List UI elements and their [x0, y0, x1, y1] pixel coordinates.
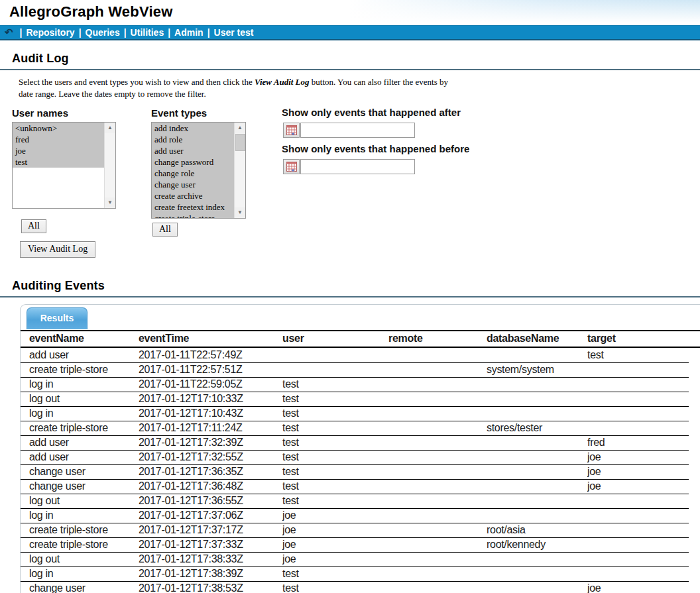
table-cell: test: [282, 377, 388, 392]
table-cell: test: [282, 581, 388, 593]
table-cell: [487, 377, 587, 392]
calendar-icon[interactable]: [283, 123, 300, 138]
table-cell: 2017-01-12T17:32:39Z: [139, 435, 282, 450]
table-cell: [388, 566, 487, 581]
after-date-input[interactable]: [300, 123, 415, 138]
table-row: log out2017-01-12T17:38:33Zjoe: [21, 552, 689, 566]
before-filter-label: Show only events that happened before: [282, 143, 469, 154]
nav-item-user-test[interactable]: User test: [214, 27, 254, 38]
table-cell: [487, 464, 587, 479]
list-option[interactable]: fred: [13, 134, 104, 145]
table-cell: test: [282, 494, 388, 508]
audit-log-description: Select the users and event types you wis…: [19, 76, 453, 100]
table-cell: [388, 362, 487, 377]
table-cell: 2017-01-12T17:37:33Z: [139, 537, 282, 552]
event-types-all-button[interactable]: All: [152, 223, 178, 237]
table-cell: add user: [21, 348, 139, 362]
table-cell: add user: [21, 450, 139, 464]
table-cell: fred: [587, 435, 689, 450]
table-cell: create triple-store: [21, 523, 139, 537]
table-cell: [587, 362, 689, 377]
table-cell: [487, 508, 587, 523]
table-row: log in2017-01-12T17:10:43Ztest: [21, 406, 689, 421]
back-arrow-icon[interactable]: ↶: [5, 26, 13, 39]
user-names-label: User names: [12, 107, 68, 119]
calendar-icon[interactable]: [283, 159, 300, 174]
list-option[interactable]: change password: [152, 156, 234, 168]
table-cell: [388, 494, 487, 508]
table-cell: joe: [282, 552, 388, 566]
table-row: log out2017-01-12T17:36:55Ztest: [21, 494, 689, 508]
table-cell: [388, 552, 487, 566]
list-option[interactable]: create freetext index: [152, 201, 234, 213]
table-cell: [388, 537, 487, 552]
scrollbar-thumb[interactable]: [235, 134, 245, 151]
table-cell: [587, 406, 689, 421]
tab-results[interactable]: Results: [27, 307, 88, 329]
table-cell: system/system: [487, 362, 587, 377]
table-cell: log out: [21, 552, 139, 566]
list-option[interactable]: joe: [13, 145, 104, 156]
list-option[interactable]: create archive: [152, 190, 234, 201]
user-names-all-button[interactable]: All: [21, 219, 46, 233]
table-cell: joe: [282, 523, 388, 537]
nav-item-repository[interactable]: Repository: [27, 27, 75, 38]
table-cell: 2017-01-12T17:38:33Z: [139, 552, 282, 566]
after-filter-label: Show only events that happened after: [282, 107, 461, 118]
nav-item-admin[interactable]: Admin: [174, 27, 204, 38]
list-option[interactable]: test: [13, 156, 104, 168]
after-filter-row: [283, 123, 415, 138]
table-cell: [282, 362, 388, 377]
table-cell: [587, 377, 689, 392]
list-option[interactable]: change user: [152, 179, 234, 190]
table-cell: 2017-01-12T17:38:53Z: [139, 581, 282, 593]
list-option[interactable]: change role: [152, 168, 234, 179]
table-cell: log in: [21, 377, 139, 392]
list-option[interactable]: add user: [152, 145, 234, 156]
table-cell: 2017-01-11T22:57:51Z: [139, 362, 282, 377]
table-cell: [487, 435, 587, 450]
table-cell: [388, 450, 487, 464]
table-cell: test: [282, 566, 388, 581]
table-cell: [587, 508, 689, 523]
table-cell: [487, 566, 587, 581]
event-types-scrollbar[interactable]: ▲ ▼: [234, 123, 245, 218]
table-header-row: eventNameeventTimeuserremotedatabaseName…: [21, 331, 700, 347]
scroll-up-icon[interactable]: ▲: [235, 123, 245, 133]
scroll-down-icon[interactable]: ▼: [235, 207, 245, 218]
user-names-listbox[interactable]: <unknown>fredjoetest ▲ ▼: [12, 122, 116, 209]
table-cell: [282, 348, 388, 362]
before-date-input[interactable]: [300, 159, 415, 174]
user-names-items: <unknown>fredjoetest: [13, 123, 104, 208]
list-option[interactable]: add role: [152, 134, 234, 145]
user-names-scrollbar[interactable]: ▲ ▼: [104, 123, 115, 208]
page-header: AllegroGraph WebView: [0, 0, 700, 25]
table-row: create triple-store2017-01-11T22:57:51Zs…: [21, 362, 689, 377]
scroll-down-icon[interactable]: ▼: [105, 197, 115, 208]
table-cell: create triple-store: [21, 421, 139, 435]
table-cell: add user: [21, 435, 139, 450]
view-audit-log-button[interactable]: View Audit Log: [20, 241, 95, 258]
list-option[interactable]: <unknown>: [13, 123, 104, 134]
table-cell: 2017-01-12T17:10:33Z: [139, 392, 282, 406]
table-cell: test: [282, 464, 388, 479]
description-emphasis: View Audit Log: [255, 77, 310, 87]
list-option[interactable]: create triple-store: [152, 213, 234, 218]
table-cell: root/asia: [487, 523, 587, 537]
table-cell: create triple-store: [21, 362, 139, 377]
table-cell: 2017-01-12T17:36:35Z: [139, 464, 282, 479]
list-option[interactable]: add index: [152, 123, 234, 134]
before-filter-row: [283, 159, 415, 174]
table-cell: 2017-01-12T17:32:55Z: [139, 450, 282, 464]
scroll-up-icon[interactable]: ▲: [105, 123, 115, 133]
nav-item-queries[interactable]: Queries: [86, 27, 120, 38]
event-types-listbox[interactable]: add indexadd roleadd userchange password…: [151, 122, 246, 219]
column-header-remote: remote: [388, 331, 487, 347]
table-cell: [487, 406, 587, 421]
nav-item-utilities[interactable]: Utilities: [131, 27, 164, 38]
table-cell: 2017-01-12T17:11:24Z: [139, 421, 282, 435]
table-cell: [587, 537, 689, 552]
auditing-events-heading: Auditing Events: [0, 279, 700, 297]
table-cell: joe: [587, 581, 689, 593]
column-header-eventTime: eventTime: [139, 331, 282, 347]
